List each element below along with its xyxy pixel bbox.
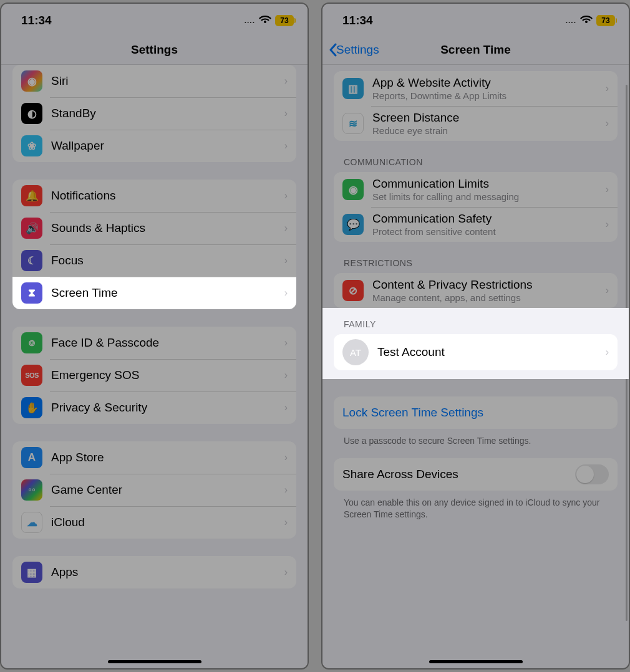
row-label: Test Account — [377, 345, 597, 359]
row-subtitle: Protect from sensitive content — [372, 226, 597, 237]
chevron-right-icon: › — [284, 484, 288, 496]
row-label: Focus — [51, 254, 276, 267]
distance-icon: ≋ — [342, 113, 364, 134]
group-footer: You can enable this on any device signed… — [334, 491, 618, 526]
screentime-group-share: Share Across Devices — [334, 458, 618, 491]
settings-screen: 11:34 .... 73 Settings ◉ Siri › — [0, 2, 309, 670]
settings-row-siri[interactable]: ◉ Siri › — [12, 65, 296, 97]
row-label: Communication Limits — [372, 177, 597, 191]
row-communication-safety[interactable]: 💬 Communication Safety Protect from sens… — [334, 207, 618, 242]
section-header-family: FAMILY — [334, 308, 618, 334]
settings-row-screentime[interactable]: ⧗ Screen Time › — [12, 277, 296, 309]
back-label: Settings — [336, 43, 379, 57]
row-label: Game Center — [51, 483, 276, 497]
apps-icon: ▦ — [21, 562, 42, 583]
settings-group: ◉ Siri › ◐ StandBy › ❀ Wallpaper › — [12, 65, 296, 162]
chevron-right-icon: › — [284, 255, 288, 266]
settings-group: A App Store › ◦◦ Game Center › ☁ iCloud … — [12, 441, 296, 539]
screentime-icon: ⧗ — [21, 282, 42, 304]
row-subtitle: Set limits for calling and messaging — [372, 191, 597, 202]
row-label: Screen Time — [51, 286, 276, 300]
settings-row-wallpaper[interactable]: ❀ Wallpaper › — [12, 130, 296, 162]
chevron-right-icon: › — [284, 108, 288, 119]
nav-bar: Settings — [1, 35, 308, 65]
row-label: Content & Privacy Restrictions — [372, 278, 597, 292]
row-content-privacy[interactable]: ⊘ Content & Privacy Restrictions Manage … — [334, 273, 618, 308]
chevron-right-icon: › — [284, 75, 288, 87]
settings-group: 🔔 Notifications › 🔊 Sounds & Haptics › ☾… — [12, 180, 296, 309]
row-screen-distance[interactable]: ≋ Screen Distance Reduce eye strain › — [334, 106, 618, 141]
row-label: Emergency SOS — [51, 368, 276, 382]
row-subtitle: Reports, Downtime & App Limits — [372, 90, 597, 101]
contacts-icon: ◉ — [342, 179, 364, 200]
chevron-right-icon: › — [606, 184, 609, 195]
chevron-right-icon: › — [284, 370, 288, 381]
appstore-icon: A — [21, 447, 42, 468]
chevron-right-icon: › — [284, 140, 288, 151]
bubble-warning-icon: 💬 — [342, 214, 364, 235]
row-label: StandBy — [51, 107, 276, 120]
row-label: iCloud — [51, 516, 276, 529]
row-label: Wallpaper — [51, 139, 276, 153]
home-indicator[interactable] — [108, 660, 201, 663]
row-share-devices[interactable]: Share Across Devices — [334, 458, 618, 491]
row-lock-settings[interactable]: Lock Screen Time Settings — [334, 396, 618, 429]
row-label: Siri — [51, 74, 276, 88]
settings-row-apps[interactable]: ▦ Apps › — [12, 556, 296, 588]
page-title: Settings — [131, 43, 178, 57]
row-label: Face ID & Passcode — [51, 336, 276, 350]
chevron-right-icon: › — [284, 190, 288, 201]
chevron-right-icon: › — [284, 287, 288, 299]
settings-row-sounds[interactable]: 🔊 Sounds & Haptics › — [12, 212, 296, 244]
status-bar: 11:34 .... 73 — [1, 4, 308, 35]
settings-row-appstore[interactable]: A App Store › — [12, 441, 296, 474]
home-indicator[interactable] — [429, 660, 523, 663]
chevron-right-icon: › — [284, 223, 288, 234]
chevron-right-icon: › — [284, 337, 288, 348]
privacy-icon: ✋ — [21, 397, 42, 418]
settings-row-faceid[interactable]: ⌾ Face ID & Passcode › — [12, 327, 296, 359]
section-header-communication: COMMUNICATION — [334, 141, 618, 172]
chevron-right-icon: › — [606, 347, 609, 358]
row-label: Screen Distance — [372, 111, 597, 125]
settings-row-standby[interactable]: ◐ StandBy › — [12, 97, 296, 130]
toggle-share-devices[interactable] — [575, 464, 609, 484]
standby-icon: ◐ — [21, 103, 42, 124]
family-section: FAMILY AT Test Account › — [322, 308, 629, 379]
settings-row-sos[interactable]: SOS Emergency SOS › — [12, 359, 296, 391]
settings-row-gamecenter[interactable]: ◦◦ Game Center › — [12, 474, 296, 506]
settings-row-icloud[interactable]: ☁ iCloud › — [12, 506, 296, 539]
screentime-group-lock: Lock Screen Time Settings — [334, 396, 618, 429]
row-communication-limits[interactable]: ◉ Communication Limits Set limits for ca… — [334, 172, 618, 207]
settings-row-notifications[interactable]: 🔔 Notifications › — [12, 180, 296, 212]
nav-bar: Settings Screen Time — [322, 35, 629, 65]
page-title: Screen Time — [440, 43, 511, 57]
wifi-icon — [259, 14, 271, 27]
notifications-icon: 🔔 — [21, 185, 42, 206]
wifi-icon — [580, 14, 593, 27]
row-label: Apps — [51, 565, 276, 579]
status-bar: 11:34 .... 73 — [322, 4, 629, 35]
chevron-right-icon: › — [284, 567, 288, 578]
row-app-activity[interactable]: ▥ App & Website Activity Reports, Downti… — [334, 71, 618, 106]
ellipsis-icon: .... — [566, 16, 576, 25]
screentime-screen: 11:34 .... 73 Settings Screen Time ▥ — [321, 2, 630, 670]
no-entry-icon: ⊘ — [342, 280, 364, 301]
row-family-member[interactable]: AT Test Account › — [334, 334, 618, 370]
row-label: App Store — [51, 451, 276, 464]
back-button[interactable]: Settings — [329, 35, 379, 64]
row-subtitle: Manage content, apps, and settings — [372, 292, 597, 303]
chevron-right-icon: › — [606, 285, 609, 296]
status-time: 11:34 — [21, 14, 52, 27]
chevron-right-icon: › — [284, 402, 288, 413]
ellipsis-icon: .... — [245, 16, 255, 25]
settings-row-focus[interactable]: ☾ Focus › — [12, 244, 296, 277]
row-label: Lock Screen Time Settings — [342, 406, 609, 420]
screentime-group-activity: ▥ App & Website Activity Reports, Downti… — [334, 71, 618, 141]
chevron-right-icon: › — [284, 452, 288, 463]
settings-row-privacy[interactable]: ✋ Privacy & Security › — [12, 391, 296, 424]
icloud-icon: ☁ — [21, 512, 42, 533]
status-time: 11:34 — [342, 14, 373, 27]
chevron-right-icon: › — [606, 83, 609, 94]
row-label: Privacy & Security — [51, 401, 276, 415]
